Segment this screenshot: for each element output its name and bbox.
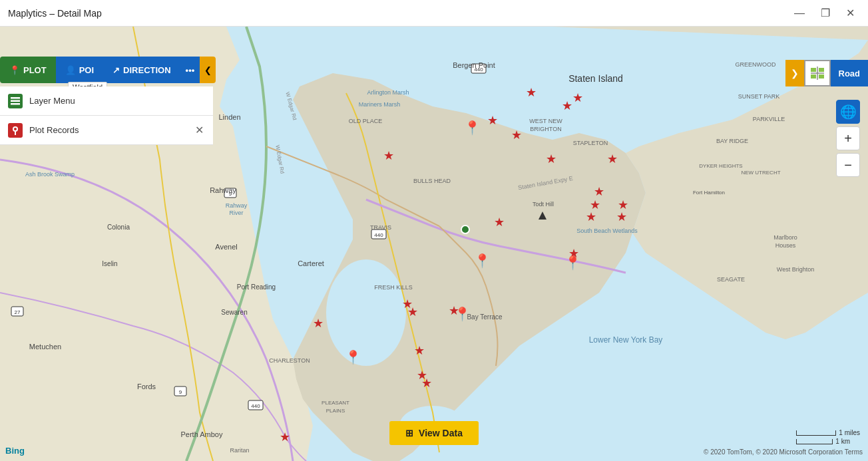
poi-button[interactable]: 👤 POI [56, 57, 103, 83]
svg-rect-69 [11, 100, 20, 102]
marker-9: ★ [594, 184, 604, 199]
svg-rect-70 [11, 103, 20, 105]
marker-6: ★ [607, 152, 618, 166]
svg-text:CHARLESTON: CHARLESTON [269, 357, 310, 364]
map-controls: 🌐 + − [836, 100, 860, 177]
svg-text:TRAVIS: TRAVIS [370, 224, 391, 231]
svg-text:9: 9 [179, 389, 182, 395]
restore-button[interactable]: ❐ [815, 4, 835, 22]
svg-text:Carteret: Carteret [298, 259, 324, 267]
minimize-button[interactable]: — [789, 5, 810, 22]
layer-menu-label: Layer Menu [29, 96, 205, 106]
title-bar: Maplytics – Detail Map — ❐ ✕ [0, 0, 868, 27]
svg-text:STAPLETON: STAPLETON [573, 140, 608, 146]
bing-label: Bing [5, 446, 25, 456]
svg-text:West Brighton: West Brighton [777, 266, 814, 273]
marker-22: ★ [421, 376, 432, 390]
svg-text:Iselin: Iselin [102, 260, 117, 267]
svg-text:BAY RIDGE: BAY RIDGE [716, 138, 748, 144]
direction-button[interactable]: ↗ DIRECTION [103, 57, 180, 83]
zoom-out-button[interactable]: − [836, 153, 860, 177]
svg-text:SEAGATE: SEAGATE [717, 276, 745, 283]
svg-text:Sewaren: Sewaren [221, 309, 247, 316]
svg-text:Marlboro: Marlboro [773, 234, 797, 241]
road-button[interactable]: Road [831, 60, 869, 86]
prev-icon: ❯ [791, 68, 799, 78]
scale-bar: 1 miles 1 km [796, 429, 860, 445]
marker-14: ★ [494, 215, 505, 230]
svg-text:NEW UTRECHT: NEW UTRECHT [741, 170, 780, 176]
road-prev-button[interactable]: ❯ [785, 60, 804, 86]
svg-text:Perth Amboy: Perth Amboy [181, 430, 223, 438]
marker-8: ★ [383, 148, 394, 163]
svg-rect-76 [819, 75, 824, 78]
zoom-in-icon: + [844, 131, 852, 146]
marker-5: ★ [511, 128, 522, 142]
marker-4: ★ [487, 113, 498, 128]
svg-text:River: River [229, 210, 243, 216]
svg-point-4 [326, 259, 406, 366]
layer-menu-icon [8, 94, 23, 108]
bing-logo: Bing [5, 446, 25, 456]
poi-label: POI [79, 65, 94, 75]
svg-text:Rahway: Rahway [226, 202, 248, 209]
svg-rect-75 [811, 75, 816, 78]
scale-km-bar [796, 439, 833, 444]
more-button[interactable]: ••• [180, 57, 200, 83]
svg-text:DYKER HEIGHTS: DYKER HEIGHTS [699, 163, 742, 169]
marker-3: ★ [572, 90, 583, 105]
svg-text:PARKVILLE: PARKVILLE [753, 116, 785, 122]
scale-km-label: 1 km [835, 438, 850, 445]
direction-label: DIRECTION [123, 65, 171, 75]
marker-17: ★ [407, 305, 418, 319]
svg-text:Rahway: Rahway [210, 186, 236, 194]
globe-icon: 🌐 [840, 104, 857, 120]
title-controls: — ❐ ✕ [789, 4, 860, 22]
map-container: 28 9 27 9 440 440 440 Bergen Point State… [0, 27, 868, 461]
svg-text:BULLS HEAD: BULLS HEAD [413, 178, 451, 184]
svg-text:Arlington Marsh: Arlington Marsh [367, 89, 409, 96]
plot-records-icon [8, 123, 23, 138]
road-label: Road [839, 69, 861, 78]
globe-button[interactable]: 🌐 [836, 100, 860, 124]
left-panel: Layer Menu Plot Records ✕ [0, 86, 213, 145]
marker-green-dot [461, 225, 470, 234]
map-type-icon [804, 60, 831, 86]
plot-records-item: Plot Records ✕ [0, 116, 213, 145]
svg-text:Metuchen: Metuchen [29, 343, 61, 351]
svg-text:Staten Island: Staten Island [568, 73, 623, 84]
collapse-button[interactable]: ❮ [200, 57, 216, 83]
marker-13: ★ [616, 210, 627, 224]
direction-icon: ↗ [112, 65, 120, 75]
svg-text:Bay Terrace: Bay Terrace [467, 313, 503, 321]
svg-text:Houses: Houses [775, 242, 796, 249]
toolbar: 📍 PLOT Westfield 👤 POI ↗ DIRECTION ••• ❮ [0, 53, 223, 86]
road-button-area: ❯ Road [785, 60, 869, 86]
svg-text:FRESH KILLS: FRESH KILLS [374, 284, 413, 291]
view-data-label: View Data [419, 428, 463, 438]
svg-text:Raritan: Raritan [230, 447, 249, 454]
collapse-icon: ❮ [204, 65, 212, 75]
svg-text:PLAINS: PLAINS [326, 408, 345, 414]
svg-text:Fort Hamilton: Fort Hamilton [693, 190, 725, 196]
svg-text:BRIGHTON: BRIGHTON [530, 126, 561, 132]
marker-12: ★ [586, 210, 596, 224]
svg-text:Ash Brook Swamp: Ash Brook Swamp [25, 171, 75, 178]
copyright-text: © 2020 TomTom, © 2020 Microsoft Corporat… [704, 448, 863, 456]
plot-records-close-button[interactable]: ✕ [194, 122, 205, 138]
poi-icon: 👤 [65, 65, 76, 75]
plot-records-label: Plot Records [29, 125, 187, 135]
zoom-in-button[interactable]: + [836, 126, 860, 150]
svg-point-72 [14, 128, 17, 130]
table-icon: ⊞ [405, 428, 413, 438]
plot-button[interactable]: 📍 PLOT [0, 57, 56, 83]
svg-text:Bergen Point: Bergen Point [453, 61, 495, 69]
svg-text:PLEASANT: PLEASANT [322, 400, 349, 406]
view-data-button[interactable]: ⊞ View Data [389, 421, 479, 445]
svg-text:OLD PLACE: OLD PLACE [349, 118, 383, 124]
svg-text:Fords: Fords [137, 383, 156, 390]
marker-pin-2: 📍 [474, 253, 491, 269]
close-button[interactable]: ✕ [841, 4, 860, 22]
marker-23: ★ [280, 430, 290, 444]
layer-menu-item: Layer Menu [0, 86, 213, 116]
